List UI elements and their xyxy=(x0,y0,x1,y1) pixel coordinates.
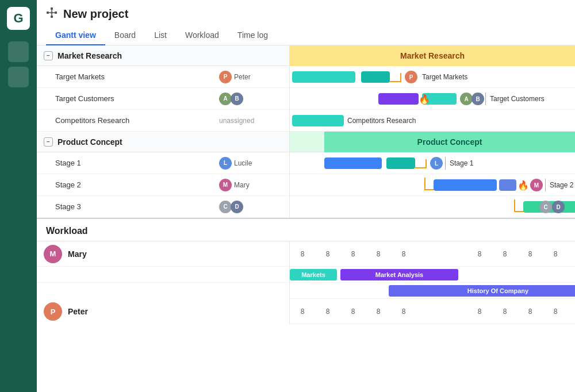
arrow-target-markets xyxy=(390,73,401,82)
svg-rect-1 xyxy=(51,16,53,18)
wl-markets-bar-row: Markets Market Analysis xyxy=(290,267,575,283)
assignee-name-lucile: Lucile xyxy=(234,159,252,167)
main-content: New project Gantt view Board List Worklo… xyxy=(37,0,575,392)
assignee-peter: P Peter xyxy=(219,71,282,83)
fire-icon-stage2: 🔥 xyxy=(518,180,529,191)
wl-num-4: 8 xyxy=(366,250,391,258)
avatar-stage3-1: C xyxy=(219,201,232,213)
chart-row-competitors: Competitors Research xyxy=(290,110,575,132)
chart-row-stage3: C D xyxy=(290,196,575,218)
tab-time-log[interactable]: Time log xyxy=(228,26,277,45)
arrow-stage1 xyxy=(415,159,427,168)
bar-stage1-2[interactable] xyxy=(386,157,415,169)
bar-label-stage2-text: Stage 2 xyxy=(550,181,573,189)
project-title: New project xyxy=(63,7,128,21)
header: New project Gantt view Board List Worklo… xyxy=(37,0,575,45)
task-name-stage1: Stage 1 xyxy=(55,159,219,167)
workload-person-peter: P Peter xyxy=(37,299,289,324)
wl-num-2: 8 xyxy=(315,250,340,258)
avatar-stage3-2: D xyxy=(231,201,243,213)
chart-row-stage1: L Stage 1 xyxy=(290,152,575,174)
chart-avatar-stage3-1: C xyxy=(539,201,552,213)
bar-label-competitors-text: Competitors Research xyxy=(347,117,416,125)
market-research-group-bar: Market Research xyxy=(290,45,575,66)
wl-history-bar-row: History Of Company xyxy=(290,283,575,299)
chart-avatar-lucile: L xyxy=(430,157,443,170)
gantt-left-panel: − Market Research Target Markets P Peter… xyxy=(37,45,290,218)
bar-label-customers-text: Target Customers xyxy=(490,95,545,103)
bar-label-product-concept: Product Concept xyxy=(324,132,575,152)
bar-label-target-markets-text: Target Markets xyxy=(422,73,467,81)
svg-rect-3 xyxy=(55,11,57,14)
chart-row-stage2: 🔥 M Stage 2 xyxy=(290,174,575,196)
fire-icon-customers: 🔥 xyxy=(419,94,430,105)
svg-point-8 xyxy=(51,11,53,14)
avatar-customer-1: A xyxy=(219,93,232,105)
group-name-market-research: Market Research xyxy=(57,51,122,60)
task-name-competitors: Competitors Research xyxy=(55,116,219,125)
group-name-product-concept: Product Concept xyxy=(57,137,122,147)
tab-workload[interactable]: Workload xyxy=(176,26,228,45)
wl-peter-num-4: 8 xyxy=(366,308,391,316)
assignee-name-peter: Peter xyxy=(234,73,251,81)
workload-section: Workload M Mary P Pe xyxy=(37,219,575,392)
wl-peter-num-8: 8 xyxy=(467,308,492,316)
wl-numbers-mary: 8 8 8 8 8 8 8 8 8 8 xyxy=(290,241,575,267)
workload-left-panel: M Mary P Peter xyxy=(37,241,290,324)
bar-competitors[interactable] xyxy=(292,115,344,126)
workload-person-mary: M Mary xyxy=(37,241,289,267)
wl-num-12: 8 xyxy=(568,250,575,258)
sidebar-nav-item-2[interactable] xyxy=(8,67,29,87)
tab-gantt-view[interactable]: Gantt view xyxy=(46,26,105,45)
bar-target-markets-2[interactable] xyxy=(361,71,390,83)
bar-stage2-1[interactable] xyxy=(434,179,497,191)
task-row-target-customers: Target Customers A B xyxy=(37,88,289,110)
content-area: − Market Research Target Markets P Peter… xyxy=(37,45,575,392)
bar-target-customers-1[interactable] xyxy=(378,93,419,105)
assignee-name-mary: Mary xyxy=(234,181,250,189)
collapse-market-research[interactable]: − xyxy=(44,51,53,60)
chart-avatar-cust1: A xyxy=(460,93,473,105)
workload-table: M Mary P Peter xyxy=(37,241,575,324)
wl-num-3: 8 xyxy=(340,250,366,258)
wl-num-11: 8 xyxy=(543,250,568,258)
bar-stage2-2[interactable] xyxy=(499,179,516,191)
wl-peter-num-3: 8 xyxy=(340,308,366,316)
project-icon xyxy=(46,7,57,21)
divider-customers xyxy=(485,93,486,105)
workload-avatar-mary: M xyxy=(44,245,62,263)
divider-stage2 xyxy=(545,179,546,191)
group-header-market-research: − Market Research xyxy=(37,45,289,66)
wl-peter-num-11: 8 xyxy=(543,308,568,316)
wl-bar-markets[interactable]: Markets xyxy=(290,269,337,280)
sidebar-nav-item-1[interactable] xyxy=(8,41,29,62)
workload-bars-left-mary xyxy=(37,267,289,283)
chart-avatar-cust2: B xyxy=(471,93,484,105)
chart-avatar-peter: P xyxy=(405,71,417,83)
chart-avatar-stage3-2: D xyxy=(552,201,565,213)
wl-peter-num-10: 8 xyxy=(518,308,543,316)
product-concept-group-bar: Product Concept xyxy=(290,132,575,152)
task-row-stage3: Stage 3 C D xyxy=(37,196,289,218)
chart-avatar-mary: M xyxy=(530,179,543,191)
avatar-mary: M xyxy=(219,179,232,191)
sidebar-logo[interactable]: G xyxy=(7,7,30,30)
assignee-lucile: L Lucile xyxy=(219,157,282,170)
wl-num-8: 8 xyxy=(467,250,492,258)
task-name-stage3: Stage 3 xyxy=(55,202,219,211)
collapse-product-concept[interactable]: − xyxy=(44,137,53,147)
wl-num-9: 8 xyxy=(492,250,518,258)
bar-target-markets-1[interactable] xyxy=(292,71,355,83)
task-name-target-markets: Target Markets xyxy=(55,72,219,81)
wl-bar-market-analysis[interactable]: Market Analysis xyxy=(340,269,458,280)
wl-bar-history[interactable]: History Of Company xyxy=(389,285,575,297)
assignee-unassigned: unassigned xyxy=(219,117,282,125)
workload-name-mary: Mary xyxy=(68,249,87,259)
svg-rect-2 xyxy=(47,11,49,14)
bar-stage1-1[interactable] xyxy=(324,157,382,169)
project-title-row: New project xyxy=(46,7,566,21)
assignee-multi-customers: A B xyxy=(219,93,282,105)
tab-board[interactable]: Board xyxy=(105,26,145,45)
task-name-stage2: Stage 2 xyxy=(55,180,219,189)
tab-list[interactable]: List xyxy=(145,26,176,45)
